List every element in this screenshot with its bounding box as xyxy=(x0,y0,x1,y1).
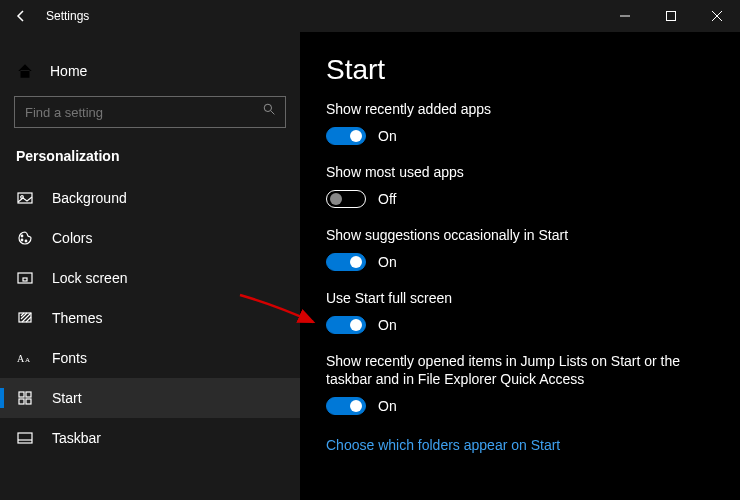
toggle-suggestions[interactable] xyxy=(326,253,366,271)
toggle-state: On xyxy=(378,254,397,270)
themes-icon xyxy=(16,310,34,326)
sidebar-section-label: Personalization xyxy=(0,138,300,178)
nav-label: Fonts xyxy=(52,350,87,366)
setting-label: Show recently opened items in Jump Lists… xyxy=(326,352,706,390)
toggle-fullscreen[interactable] xyxy=(326,316,366,334)
sidebar-nav: Background Colors Lock screen Themes AA … xyxy=(0,178,300,458)
sidebar-item-taskbar[interactable]: Taskbar xyxy=(0,418,300,458)
sidebar-item-start[interactable]: Start xyxy=(0,378,300,418)
sidebar-home-label: Home xyxy=(50,63,87,79)
minimize-button[interactable] xyxy=(602,0,648,32)
setting-most-used: Show most used apps Off xyxy=(326,163,714,208)
sidebar: Home Personalization Background Colors L… xyxy=(0,32,300,500)
sidebar-item-themes[interactable]: Themes xyxy=(0,298,300,338)
window-controls xyxy=(602,0,740,32)
sidebar-home[interactable]: Home xyxy=(0,52,300,90)
setting-recent-apps: Show recently added apps On xyxy=(326,100,714,145)
svg-rect-12 xyxy=(23,278,27,281)
svg-text:A: A xyxy=(25,356,30,364)
sidebar-item-colors[interactable]: Colors xyxy=(0,218,300,258)
svg-rect-20 xyxy=(18,433,32,443)
back-button[interactable] xyxy=(0,0,42,32)
search-container xyxy=(0,90,300,138)
close-button[interactable] xyxy=(694,0,740,32)
nav-label: Colors xyxy=(52,230,92,246)
nav-label: Themes xyxy=(52,310,103,326)
palette-icon xyxy=(16,230,34,246)
svg-point-10 xyxy=(25,240,27,242)
window-title: Settings xyxy=(42,9,89,23)
toggle-state: On xyxy=(378,128,397,144)
main-panel: Start Show recently added apps On Show m… xyxy=(300,32,740,500)
nav-label: Lock screen xyxy=(52,270,127,286)
taskbar-icon xyxy=(16,430,34,446)
toggle-state: On xyxy=(378,398,397,414)
svg-rect-16 xyxy=(19,392,24,397)
setting-fullscreen: Use Start full screen On xyxy=(326,289,714,334)
setting-label: Show most used apps xyxy=(326,163,706,182)
sidebar-item-fonts[interactable]: AA Fonts xyxy=(0,338,300,378)
toggle-most-used[interactable] xyxy=(326,190,366,208)
setting-recent-items: Show recently opened items in Jump Lists… xyxy=(326,352,714,416)
setting-label: Show suggestions occasionally in Start xyxy=(326,226,706,245)
link-choose-folders[interactable]: Choose which folders appear on Start xyxy=(326,437,560,453)
start-icon xyxy=(16,390,34,406)
maximize-button[interactable] xyxy=(648,0,694,32)
home-icon xyxy=(16,62,34,80)
lockscreen-icon xyxy=(16,270,34,286)
svg-point-8 xyxy=(21,235,23,237)
setting-label: Use Start full screen xyxy=(326,289,706,308)
search-icon xyxy=(263,103,276,119)
toggle-state: On xyxy=(378,317,397,333)
nav-label: Background xyxy=(52,190,127,206)
svg-line-5 xyxy=(271,111,274,114)
toggle-recent-items[interactable] xyxy=(326,397,366,415)
image-icon xyxy=(16,190,34,206)
svg-rect-19 xyxy=(26,399,31,404)
sidebar-item-background[interactable]: Background xyxy=(0,178,300,218)
titlebar: Settings xyxy=(0,0,740,32)
svg-point-9 xyxy=(21,239,23,241)
search-input[interactable] xyxy=(14,96,286,128)
page-title: Start xyxy=(326,54,714,86)
svg-point-4 xyxy=(264,104,271,111)
toggle-state: Off xyxy=(378,191,396,207)
svg-text:A: A xyxy=(17,353,25,364)
nav-label: Taskbar xyxy=(52,430,101,446)
svg-rect-18 xyxy=(19,399,24,404)
fonts-icon: AA xyxy=(16,350,34,366)
svg-rect-1 xyxy=(667,12,676,21)
setting-suggestions: Show suggestions occasionally in Start O… xyxy=(326,226,714,271)
nav-label: Start xyxy=(52,390,82,406)
sidebar-item-lockscreen[interactable]: Lock screen xyxy=(0,258,300,298)
toggle-recent-apps[interactable] xyxy=(326,127,366,145)
setting-label: Show recently added apps xyxy=(326,100,706,119)
svg-rect-17 xyxy=(26,392,31,397)
